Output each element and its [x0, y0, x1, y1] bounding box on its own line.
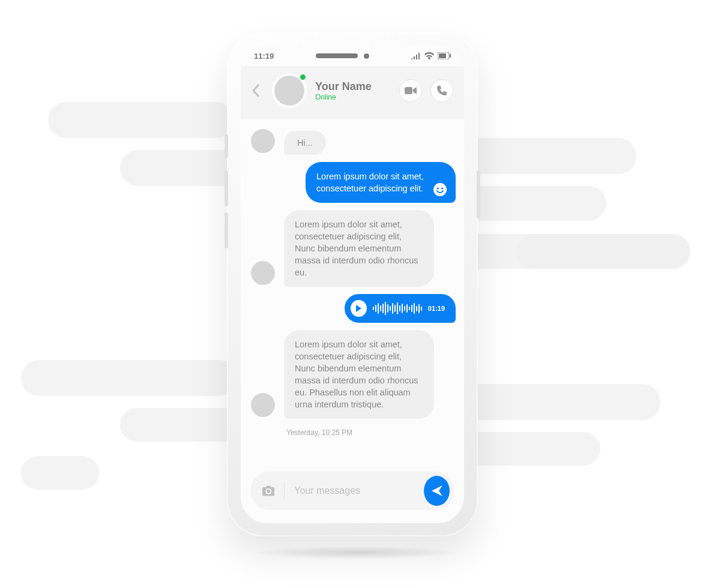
- contact-name: Your Name: [315, 80, 391, 93]
- svg-point-5: [437, 187, 439, 189]
- send-button[interactable]: [424, 476, 450, 506]
- smile-emoji-icon: [433, 182, 447, 197]
- presence-dot: [299, 73, 307, 81]
- message-input[interactable]: [294, 485, 414, 496]
- message-bubble: Hi...: [284, 131, 326, 155]
- status-bar: 11:19: [241, 46, 464, 66]
- message-bubble: Lorem ipsum dolor sit amet, consectetuer…: [284, 210, 434, 287]
- message-out: Lorem ipsum dolor sit amet, consectetuer…: [249, 162, 456, 203]
- svg-point-6: [441, 187, 443, 189]
- notch: [316, 53, 369, 59]
- signal-icon: [411, 52, 421, 59]
- screen: 11:19 Your Name Online: [241, 46, 464, 523]
- battery-icon: [438, 52, 451, 59]
- message-bubble: Lorem ipsum dolor sit amet, consectetuer…: [284, 330, 434, 419]
- avatar[interactable]: [272, 73, 307, 108]
- message-bubble: Lorem ipsum dolor sit amet, consectetuer…: [306, 162, 456, 203]
- svg-point-4: [433, 183, 447, 196]
- status-time: 11:19: [254, 52, 274, 61]
- chat-header: Your Name Online: [241, 66, 464, 119]
- timestamp: Yesterday, 10:25 PM: [286, 428, 456, 437]
- camera-icon[interactable]: [262, 485, 274, 497]
- wifi-icon: [424, 52, 434, 59]
- send-icon: [430, 484, 444, 497]
- message-in: Lorem ipsum dolor sit amet, consectetuer…: [249, 330, 456, 419]
- message-in: Hi...: [249, 127, 456, 155]
- voice-duration: 01:19: [428, 305, 445, 312]
- phone-frame: 11:19 Your Name Online: [227, 32, 478, 536]
- back-button[interactable]: [248, 83, 264, 98]
- play-icon: [355, 305, 361, 312]
- avatar: [249, 391, 277, 419]
- chevron-left-icon: [252, 84, 260, 97]
- contact-status: Online: [315, 93, 391, 101]
- video-icon: [405, 86, 417, 95]
- svg-rect-2: [450, 54, 451, 58]
- divider: [284, 482, 285, 500]
- message-text: Lorem ipsum dolor sit amet, consectetuer…: [316, 172, 424, 193]
- avatar: [249, 259, 277, 287]
- voice-call-button[interactable]: [430, 79, 453, 102]
- message-in: Lorem ipsum dolor sit amet, consectetuer…: [249, 210, 456, 287]
- avatar: [249, 127, 277, 155]
- phone-icon: [436, 85, 447, 96]
- play-button[interactable]: [351, 300, 367, 317]
- voice-bubble[interactable]: 01:19: [345, 294, 456, 323]
- composer: [241, 462, 464, 523]
- voice-message-out: 01:19: [249, 294, 456, 323]
- video-call-button[interactable]: [399, 79, 422, 102]
- svg-rect-1: [439, 53, 446, 58]
- waveform[interactable]: [373, 302, 422, 315]
- message-list[interactable]: Hi... Lorem ipsum dolor sit amet, consec…: [241, 119, 464, 462]
- svg-rect-3: [405, 87, 412, 94]
